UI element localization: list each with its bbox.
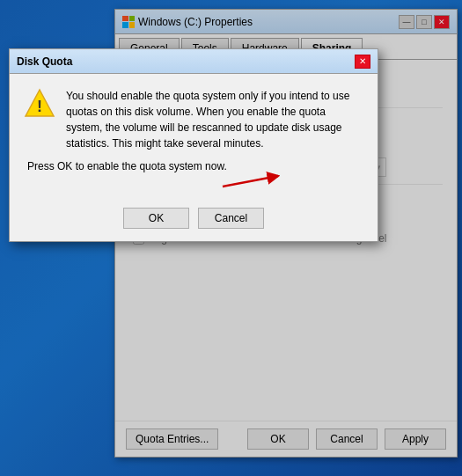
dialog-title: Disk Quota bbox=[17, 55, 72, 68]
dialog-footer: OK Cancel bbox=[10, 201, 378, 241]
svg-text:!: ! bbox=[37, 98, 42, 115]
dialog-cancel-button[interactable]: Cancel bbox=[198, 208, 264, 229]
disk-quota-dialog: Disk Quota ✕ ! You should enable the quo… bbox=[9, 48, 378, 242]
warning-icon: ! bbox=[24, 88, 55, 120]
dialog-message-row: ! You should enable the quota system onl… bbox=[24, 88, 363, 151]
dialog-ok-button[interactable]: OK bbox=[123, 208, 189, 229]
arrow-row: Press OK to enable the quota system now. bbox=[24, 160, 363, 187]
dialog-message-text: You should enable the quota system only … bbox=[66, 88, 363, 151]
dialog-titlebar: Disk Quota ✕ bbox=[10, 49, 378, 74]
dialog-ok-prompt: Press OK to enable the quota system now. bbox=[27, 160, 363, 172]
svg-line-3 bbox=[223, 176, 278, 187]
desktop: Windows (C:) Properties — □ ✕ General To… bbox=[0, 0, 462, 476]
dialog-close-button[interactable]: ✕ bbox=[355, 55, 370, 69]
red-arrow-icon bbox=[218, 169, 289, 194]
dialog-body: ! You should enable the quota system onl… bbox=[10, 74, 378, 201]
